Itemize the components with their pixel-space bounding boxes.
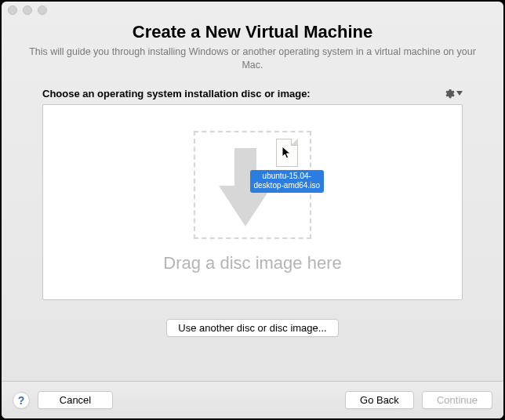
window: Create a New Virtual Machine This will g… xyxy=(2,2,503,418)
help-icon: ? xyxy=(18,394,25,407)
cancel-button[interactable]: Cancel xyxy=(38,391,113,409)
header: Create a New Virtual Machine This will g… xyxy=(2,19,503,80)
section-header-row: Choose an operating system installation … xyxy=(42,88,463,100)
close-icon[interactable] xyxy=(8,5,17,15)
footer: ? Cancel Go Back Continue xyxy=(2,381,503,418)
content: Choose an operating system installation … xyxy=(2,80,503,381)
cursor-icon xyxy=(282,146,292,160)
gear-icon xyxy=(443,88,455,100)
help-button[interactable]: ? xyxy=(13,392,30,409)
page-subtitle: This will guide you through installing W… xyxy=(17,45,488,72)
drop-target-outline: ubuntu-15.04- desktop-amd64.iso xyxy=(194,131,311,239)
drop-zone[interactable]: ubuntu-15.04- desktop-amd64.iso Drag a d… xyxy=(42,104,463,300)
titlebar xyxy=(2,2,503,19)
chevron-down-icon xyxy=(456,91,463,96)
file-icon xyxy=(276,139,298,167)
file-label: ubuntu-15.04- desktop-amd64.iso xyxy=(250,170,325,193)
use-another-row: Use another disc or disc image... xyxy=(42,319,463,337)
page-title: Create a New Virtual Machine xyxy=(17,22,488,42)
use-another-button[interactable]: Use another disc or disc image... xyxy=(166,319,338,337)
continue-button[interactable]: Continue xyxy=(422,391,492,409)
selected-file[interactable]: ubuntu-15.04- desktop-amd64.iso xyxy=(250,139,325,193)
section-label: Choose an operating system installation … xyxy=(42,88,311,100)
go-back-button[interactable]: Go Back xyxy=(345,391,414,409)
minimize-icon[interactable] xyxy=(23,5,32,15)
options-menu-button[interactable] xyxy=(443,88,463,100)
zoom-icon[interactable] xyxy=(38,5,47,15)
drop-placeholder-text: Drag a disc image here xyxy=(163,253,341,273)
